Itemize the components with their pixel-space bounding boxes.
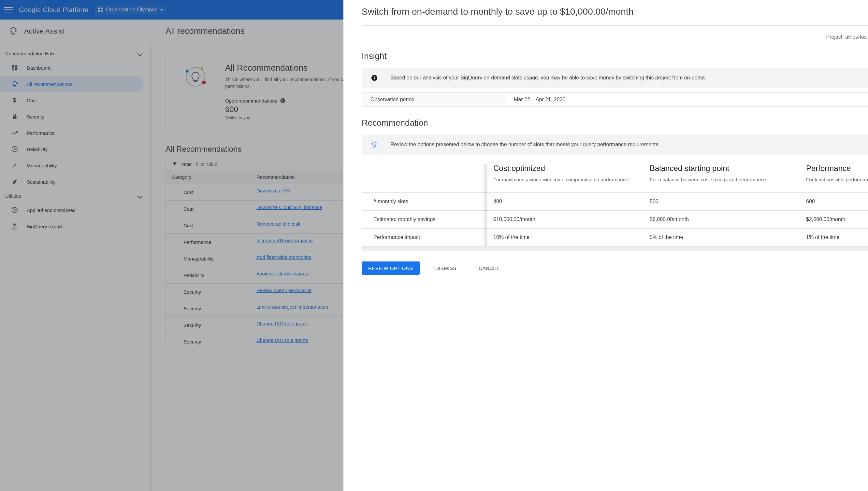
metric-label-slots: # monthly slots	[362, 193, 485, 210]
observation-period-label: Observation period	[362, 93, 505, 107]
metric-value: 500	[642, 193, 798, 210]
insight-heading: Insight	[362, 51, 868, 61]
project-label: Project: athos-tes	[362, 26, 868, 40]
metric-value: 600	[798, 193, 868, 210]
recommendation-heading: Recommendation	[362, 118, 868, 128]
info-icon	[371, 74, 378, 81]
svg-rect-28	[374, 76, 375, 77]
options-corner	[362, 164, 485, 193]
metric-value: $6,000.00/month	[642, 210, 798, 228]
metric-value: $2,000.00/month	[798, 210, 868, 228]
horizontal-scrollbar[interactable]	[362, 247, 868, 251]
metric-label-perf-impact: Performance impact	[362, 228, 485, 246]
insight-text: Based on our analysis of your BigQuery o…	[390, 75, 705, 81]
lightbulb-icon	[371, 141, 378, 148]
svg-rect-27	[374, 77, 375, 79]
metric-value: 10% of the time	[485, 228, 642, 246]
recommendation-box: Review the options presented below to ch…	[362, 135, 868, 155]
metric-value: $10,000.00/month	[485, 210, 642, 228]
review-options-button[interactable]: Review Options	[362, 261, 420, 275]
recommendation-text: Review the options presented below to ch…	[390, 142, 660, 147]
metric-value: 5% of the time	[642, 228, 798, 246]
detail-panel: Switch from on-demand to monthly to save…	[343, 0, 868, 491]
insight-box: Based on our analysis of your BigQuery o…	[362, 68, 868, 88]
metric-label-savings: Estimated monthly savings	[362, 210, 485, 228]
cancel-button[interactable]: Cancel	[472, 261, 506, 275]
panel-title: Switch from on-demand to monthly to save…	[362, 6, 868, 26]
option-header-cost-optimized: Cost optimized For maximum savings with …	[485, 164, 642, 193]
option-header-balanced: Balanced starting point For a balance be…	[642, 164, 798, 193]
observation-period-value: Mar 22 – Apr 21, 2020	[505, 93, 574, 107]
panel-actions: Review Options Dismiss Cancel	[362, 251, 868, 288]
observation-period-row: Observation period Mar 22 – Apr 21, 2020	[362, 92, 868, 107]
option-header-performance: Performance For least possible performan…	[798, 164, 868, 193]
metric-value: 1% of the time	[798, 228, 868, 246]
metric-value: 400	[485, 193, 642, 210]
options-grid: Cost optimized For maximum savings with …	[362, 164, 868, 247]
dismiss-button[interactable]: Dismiss	[429, 261, 463, 275]
